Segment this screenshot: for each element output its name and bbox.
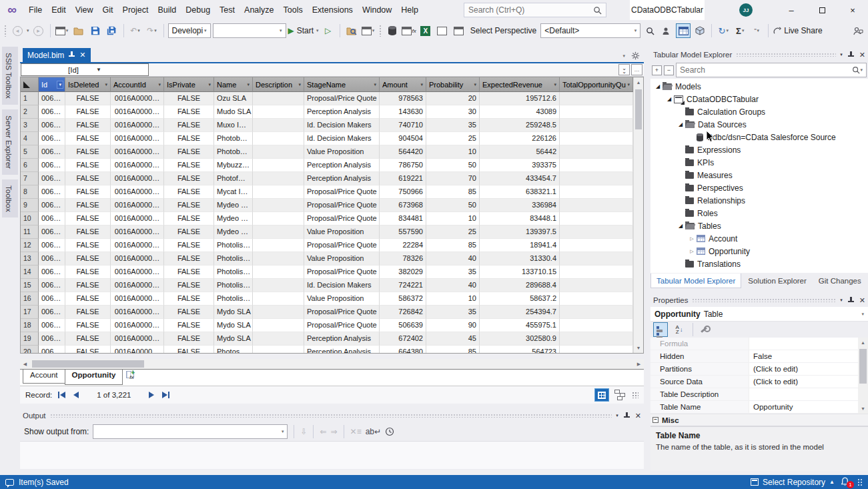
row-number[interactable]: 11 <box>21 225 39 239</box>
cell[interactable]: 006… <box>39 185 65 199</box>
grid-view-button[interactable] <box>594 388 609 402</box>
cell[interactable]: 673968 <box>380 199 426 212</box>
first-record-button[interactable] <box>56 392 67 398</box>
cell[interactable]: Proposal/Price Quote <box>304 319 380 332</box>
cell[interactable]: 564723 <box>480 346 560 353</box>
cell[interactable]: Photolis… <box>214 239 253 252</box>
cell[interactable]: FALSE <box>65 319 111 332</box>
cell[interactable]: 10 <box>426 292 480 306</box>
column-header-amount[interactable]: Amount▾ <box>380 77 426 92</box>
toolbar-grip[interactable] <box>4 25 7 37</box>
word-wrap-icon[interactable]: ab↵ <box>366 427 381 436</box>
sheet-tab-opportunity[interactable]: Opportunity <box>65 370 123 385</box>
cell[interactable]: Mydo SLA <box>214 332 253 346</box>
collapse-category-icon[interactable]: − <box>653 417 659 423</box>
toolbar-grip[interactable] <box>379 25 382 37</box>
cell[interactable]: 35 <box>426 119 480 132</box>
panel-tab-tabular-model-explorer[interactable]: Tabular Model Explorer <box>650 274 741 288</box>
cell[interactable]: 006… <box>39 132 65 145</box>
cell[interactable]: Proposal/Price Quote <box>304 92 380 105</box>
cell[interactable]: FALSE <box>65 332 111 346</box>
cell[interactable] <box>560 199 633 212</box>
cell[interactable]: FALSE <box>164 319 214 332</box>
cell[interactable]: Perception Analysis <box>304 105 380 119</box>
cell[interactable]: FALSE <box>65 306 111 319</box>
cell[interactable]: 006… <box>39 212 65 225</box>
cell[interactable]: Photolis… <box>214 252 253 266</box>
cell[interactable]: 0016A0000… <box>111 292 164 306</box>
cell[interactable] <box>560 332 633 346</box>
cell[interactable]: 254394.7 <box>480 306 560 319</box>
cell[interactable]: Mydo SLA <box>214 306 253 319</box>
cell[interactable]: 506639 <box>380 319 426 332</box>
existing-connections-button[interactable] <box>435 23 450 38</box>
cell[interactable]: Ozu SLA <box>214 92 253 105</box>
cell[interactable] <box>560 279 633 292</box>
cell[interactable]: 0016A0000… <box>111 306 164 319</box>
cell[interactable]: 006… <box>39 306 65 319</box>
cell[interactable]: FALSE <box>65 225 111 239</box>
cell[interactable] <box>560 92 633 105</box>
cell[interactable] <box>560 159 633 172</box>
cell[interactable]: 638321.1 <box>480 185 560 199</box>
cell[interactable]: Value Proposition <box>304 145 380 159</box>
cell[interactable]: 20 <box>426 92 480 105</box>
cell[interactable]: FALSE <box>65 105 111 119</box>
impersonation-button[interactable] <box>659 23 674 38</box>
cell[interactable]: 226126 <box>480 132 560 145</box>
tree-item-translations[interactable]: Translations <box>650 258 868 270</box>
cell[interactable]: FALSE <box>65 172 111 185</box>
format-button[interactable]: "▾ <box>749 23 764 38</box>
menu-window[interactable]: Window <box>358 0 396 20</box>
start-without-debug-button[interactable]: ▷ <box>321 23 336 38</box>
save-all-button[interactable] <box>105 23 119 38</box>
close-icon[interactable]: ✕ <box>859 51 865 59</box>
cell[interactable]: 0016A0000… <box>111 279 164 292</box>
cell[interactable]: FALSE <box>164 225 214 239</box>
cell[interactable]: 50 <box>426 159 480 172</box>
perspectives-button[interactable] <box>452 23 466 38</box>
row-number[interactable]: 17 <box>21 306 39 319</box>
tree-item-data-sources[interactable]: ◢Data Sources <box>650 118 868 131</box>
cell[interactable]: Photolis… <box>214 266 253 279</box>
row-number[interactable]: 7 <box>21 172 39 185</box>
properties-title-bar[interactable]: Properties ▾ ✕ <box>650 294 868 307</box>
column-header-accountid[interactable]: AccountId▾ <box>111 77 164 92</box>
cell[interactable]: 25 <box>426 132 480 145</box>
cell[interactable]: Mudo SLA <box>214 105 253 119</box>
row-number[interactable]: 19 <box>21 332 39 346</box>
pin-icon[interactable] <box>69 51 75 59</box>
cell[interactable]: FALSE <box>164 292 214 306</box>
row-number[interactable]: 8 <box>21 185 39 199</box>
cell[interactable]: 006… <box>39 172 65 185</box>
navigate-forward-button[interactable]: ▸ <box>31 23 46 38</box>
cell[interactable]: FALSE <box>65 279 111 292</box>
column-header-expectedrevenue[interactable]: ExpectedRevenue▾ <box>480 77 560 92</box>
cell[interactable] <box>253 266 304 279</box>
cell[interactable] <box>560 266 633 279</box>
cell[interactable]: 0016A0000… <box>111 266 164 279</box>
column-header-description[interactable]: Description▾ <box>253 77 304 92</box>
column-header-stagename[interactable]: StageName▾ <box>304 77 380 92</box>
menu-edit[interactable]: Edit <box>47 0 71 20</box>
select-all-corner[interactable] <box>21 77 39 92</box>
cell[interactable]: 0016A0000… <box>111 319 164 332</box>
cell[interactable]: 006… <box>39 332 65 346</box>
diagram-view-button[interactable] <box>614 390 626 400</box>
cell[interactable]: 0016A0000… <box>111 105 164 119</box>
menu-file[interactable]: File <box>24 0 47 20</box>
cell[interactable]: 724221 <box>380 279 426 292</box>
cell[interactable]: 25 <box>426 225 480 239</box>
cell[interactable]: 978563 <box>380 92 426 105</box>
menu-build[interactable]: Build <box>153 0 181 20</box>
process-button[interactable] <box>385 23 400 38</box>
row-number[interactable]: 2 <box>21 105 39 119</box>
scroll-down-icon[interactable]: ▼ <box>858 404 868 414</box>
tree-item-measures[interactable]: Measures <box>650 169 868 181</box>
column-header-isdeleted[interactable]: IsDeleted▾ <box>65 77 111 92</box>
property-value[interactable]: Opportunity <box>749 401 858 413</box>
cell[interactable]: FALSE <box>164 172 214 185</box>
cell[interactable] <box>253 346 304 353</box>
cell[interactable]: 564420 <box>380 145 426 159</box>
cell[interactable]: 31330.4 <box>480 252 560 266</box>
